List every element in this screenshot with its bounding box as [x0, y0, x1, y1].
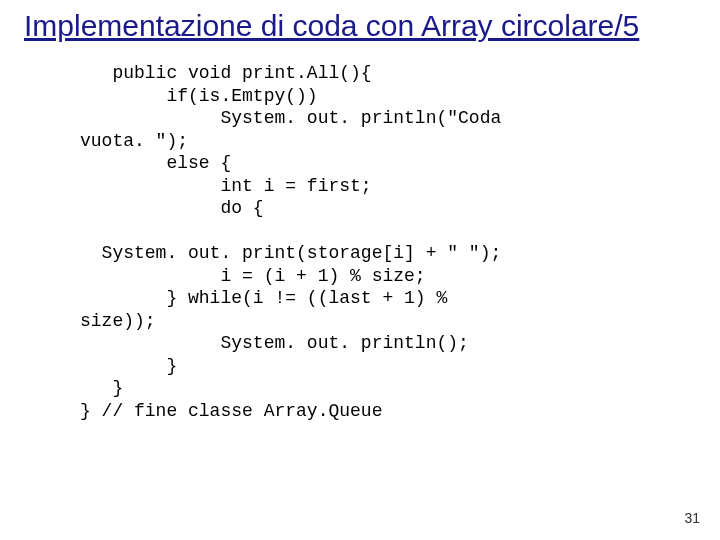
slide-title: Implementazione di coda con Array circol… [24, 8, 696, 44]
slide: Implementazione di coda con Array circol… [0, 0, 720, 540]
code-block: public void print.All(){ if(is.Emtpy()) … [80, 62, 696, 422]
page-number: 31 [684, 510, 700, 526]
